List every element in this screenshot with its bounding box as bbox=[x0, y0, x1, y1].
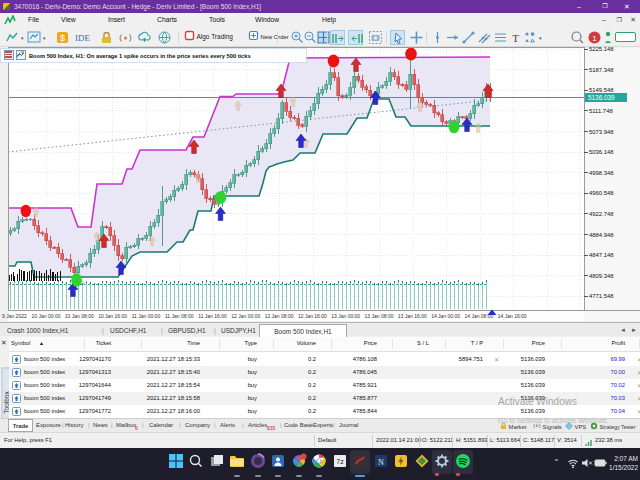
svg-text:12 Jan 08:00: 12 Jan 08:00 bbox=[265, 313, 294, 319]
svg-text:13 Jan 16:00: 13 Jan 16:00 bbox=[398, 313, 427, 319]
svg-text:4998.348: 4998.348 bbox=[589, 170, 614, 176]
svg-text:5111.748: 5111.748 bbox=[589, 108, 613, 114]
svg-text:IDE: IDE bbox=[75, 33, 90, 43]
svg-text:T: T bbox=[512, 32, 519, 44]
svg-text:14 Jan 16:00: 14 Jan 16:00 bbox=[498, 313, 527, 319]
svg-text:5136.039: 5136.039 bbox=[588, 94, 615, 101]
svg-text:5073.948: 5073.948 bbox=[589, 129, 614, 135]
svg-text:1: 1 bbox=[592, 34, 597, 43]
svg-text:14 Jan 00:00: 14 Jan 00:00 bbox=[431, 313, 460, 319]
svg-text:13 Jan 00:00: 13 Jan 00:00 bbox=[331, 313, 360, 319]
svg-text:4809.348: 4809.348 bbox=[589, 273, 614, 279]
svg-text:4922.748: 4922.748 bbox=[589, 211, 614, 217]
svg-text:10 Jan 00:00: 10 Jan 00:00 bbox=[32, 313, 61, 319]
svg-text:4771.548: 4771.548 bbox=[589, 293, 614, 299]
svg-text:11 Jan 08:00: 11 Jan 08:00 bbox=[165, 313, 194, 319]
svg-text:$: $ bbox=[60, 33, 65, 43]
svg-text:10 Jan 08:00: 10 Jan 08:00 bbox=[65, 313, 94, 319]
svg-text:4884.948: 4884.948 bbox=[589, 232, 614, 238]
svg-text:7z: 7z bbox=[336, 458, 344, 465]
svg-text:10 Jan 16:00: 10 Jan 16:00 bbox=[98, 313, 127, 319]
svg-text:13 Jan 08:00: 13 Jan 08:00 bbox=[365, 313, 394, 319]
svg-text:12 Jan 16:00: 12 Jan 16:00 bbox=[298, 313, 327, 319]
svg-text:4847.148: 4847.148 bbox=[589, 252, 614, 258]
svg-text:12 Jan 00:00: 12 Jan 00:00 bbox=[231, 313, 260, 319]
svg-text:N: N bbox=[378, 458, 384, 467]
svg-text:11 Jan 00:00: 11 Jan 00:00 bbox=[132, 313, 161, 319]
svg-text:9 Jan 2022: 9 Jan 2022 bbox=[2, 313, 27, 319]
svg-text:4960.548: 4960.548 bbox=[589, 190, 614, 196]
svg-text:11 Jan 16:00: 11 Jan 16:00 bbox=[198, 313, 227, 319]
svg-text:5225.148: 5225.148 bbox=[589, 47, 614, 52]
svg-text:5036.148: 5036.148 bbox=[589, 149, 614, 155]
svg-text:Boom 500 Index, H1: On averag: Boom 500 Index, H1: On average 1 spike o… bbox=[29, 53, 251, 59]
svg-text:5187.348: 5187.348 bbox=[589, 67, 614, 73]
